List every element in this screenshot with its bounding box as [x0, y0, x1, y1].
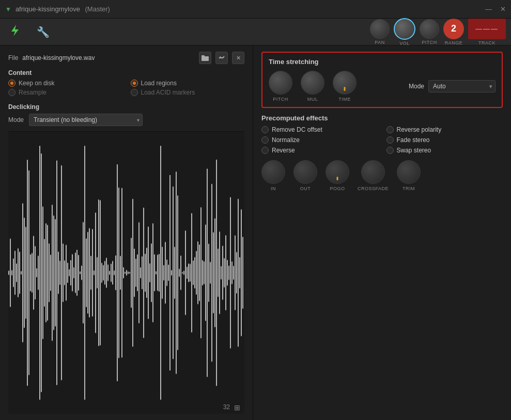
minimize-btn[interactable]: — [485, 5, 492, 13]
content-option-load-regions: Load regions [131, 80, 245, 87]
time-stretching-section: Time stretching PITCH MUL TIME [261, 52, 503, 108]
fx-pogo-group: POGO [326, 160, 349, 191]
track-label: TRACK [478, 40, 495, 45]
right-panel: Time stretching PITCH MUL TIME [253, 45, 511, 420]
range-badge[interactable]: 2 [443, 19, 464, 39]
ts-mul-knob[interactable] [301, 71, 324, 95]
title-arrow: ▼ [5, 6, 11, 13]
vol-knob-group: VOL [394, 18, 415, 46]
pan-knob[interactable] [370, 19, 390, 39]
title-bar: ▼ afrique-kissingmylove (Master) — ✕ [0, 0, 511, 19]
declicking-heading: Declicking [8, 103, 244, 111]
keep-on-disk-radio[interactable] [8, 80, 16, 87]
precomputed-title: Precomputed effects [261, 114, 503, 122]
fx-trim-knob[interactable] [397, 160, 421, 184]
ts-mul-group: MUL [301, 71, 324, 102]
file-row: File afrique-kissingmylove.wav ✕ [8, 52, 244, 64]
fx-pogo-knob[interactable] [326, 160, 349, 184]
fx-out-label: OUT [300, 186, 311, 191]
load-regions-label: Load regions [141, 80, 177, 87]
fx-out-group: OUT [293, 160, 317, 191]
waveform-container[interactable]: 32 ⊞ [8, 131, 244, 414]
fx-crossfade-label: CROSSFADE [358, 186, 389, 191]
load-acid-radio[interactable] [131, 89, 138, 96]
title-text: afrique-kissingmylove (Master) [16, 5, 485, 13]
content-option-resample: Resample [8, 89, 122, 96]
time-stretching-title: Time stretching [269, 58, 495, 66]
ts-mode-select-wrap: Auto Elastique Pro Elastique Efficient N… [428, 80, 495, 92]
svg-rect-2 [202, 55, 205, 57]
wrench-icon: 🔧 [37, 26, 50, 38]
link-btn[interactable] [215, 52, 228, 64]
range-label: RANGE [445, 40, 463, 45]
reverse-radio[interactable] [261, 147, 269, 154]
resample-radio[interactable] [8, 89, 16, 96]
waveform-canvas [8, 132, 244, 414]
declicking-mode-select-wrapper: Transient (no bleeding) Transient Smooth… [29, 114, 143, 126]
folder-btn[interactable] [199, 52, 211, 64]
left-panel: File afrique-kissingmylove.wav ✕ [0, 45, 253, 420]
ts-time-knob[interactable] [333, 71, 357, 95]
resample-label: Resample [19, 89, 47, 96]
ts-mode-group: Mode Auto Elastique Pro Elastique Effici… [409, 80, 495, 92]
fade-stereo-radio[interactable] [386, 136, 394, 144]
content-option-keep-on-disk: Keep on disk [8, 80, 122, 87]
vol-label: VOL [399, 41, 410, 46]
declicking-section: Declicking Mode Transient (no bleeding) … [8, 103, 244, 126]
declicking-mode-row: Mode Transient (no bleeding) Transient S… [8, 114, 244, 126]
close-file-btn[interactable]: ✕ [232, 52, 244, 64]
fx-in-group: IN [261, 160, 285, 191]
track-button[interactable]: ——— [468, 19, 506, 39]
fade-stereo-label: Fade stereo [397, 136, 430, 144]
close-btn[interactable]: ✕ [500, 5, 506, 13]
main-content: File afrique-kissingmylove.wav ✕ [0, 45, 511, 420]
ts-pitch-knob[interactable] [269, 71, 292, 95]
swap-stereo-radio[interactable] [386, 147, 394, 154]
pan-label: PAN [375, 40, 384, 45]
ts-time-group: TIME [333, 71, 357, 102]
load-acid-label: Load ACID markers [141, 89, 195, 96]
reverse-polarity-label: Reverse polarity [397, 126, 442, 133]
wrench-icon-btn[interactable]: 🔧 [33, 22, 53, 42]
pitch-label: PITCH [422, 40, 437, 45]
fx-in-label: IN [271, 186, 276, 191]
fx-pogo-label: POGO [330, 186, 345, 191]
effect-remove-dc: Remove DC offset [261, 126, 378, 133]
effect-normalize: Normalize [261, 136, 378, 144]
keep-on-disk-label: Keep on disk [19, 80, 54, 87]
load-regions-radio[interactable] [131, 80, 138, 87]
pitch-knob-group: PITCH [420, 19, 439, 45]
precomputed-section: Precomputed effects Remove DC offset Rev… [261, 114, 503, 191]
range-knob-group: 2 RANGE [443, 19, 464, 45]
fx-out-knob[interactable] [293, 160, 317, 184]
normalize-radio[interactable] [261, 136, 269, 144]
ts-mode-label: Mode [409, 83, 424, 90]
effect-fade-stereo: Fade stereo [386, 136, 503, 144]
effect-reverse-polarity: Reverse polarity [386, 126, 503, 133]
effects-grid: Remove DC offset Reverse polarity Normal… [261, 126, 503, 154]
content-option-load-acid: Load ACID markers [131, 89, 245, 96]
content-section: Content Keep on disk Load regions Resamp… [8, 69, 244, 96]
file-label: File [8, 54, 18, 61]
ts-mul-label: MUL [307, 97, 318, 102]
swap-stereo-label: Swap stereo [397, 147, 431, 154]
ts-mode-select[interactable]: Auto Elastique Pro Elastique Efficient N… [428, 80, 495, 92]
toolbar-right: PAN VOL PITCH 2 RANGE ——— TRACK [370, 18, 506, 46]
toolbar: 🔧 PAN VOL PITCH 2 RANGE ——— TRACK [0, 19, 511, 45]
remove-dc-radio[interactable] [261, 126, 269, 133]
track-btn-group: ——— TRACK [468, 19, 506, 45]
fx-in-knob[interactable] [261, 160, 285, 184]
lightning-icon-btn[interactable] [5, 22, 25, 42]
fx-crossfade-knob[interactable] [361, 160, 385, 184]
reverse-label: Reverse [272, 147, 295, 154]
fx-knobs-row: IN OUT POGO CROSSFADE TRIM [261, 160, 503, 191]
fx-trim-label: TRIM [402, 186, 415, 191]
vol-knob[interactable] [394, 18, 415, 40]
declicking-mode-select[interactable]: Transient (no bleeding) Transient Smooth… [29, 114, 143, 126]
file-name: afrique-kissingmylove.wav [22, 54, 195, 61]
reverse-polarity-radio[interactable] [386, 126, 394, 133]
waveform-grid-icon: ⊞ [234, 403, 240, 412]
svg-marker-0 [11, 25, 19, 36]
pitch-knob[interactable] [420, 19, 439, 39]
pan-knob-group: PAN [370, 19, 390, 45]
